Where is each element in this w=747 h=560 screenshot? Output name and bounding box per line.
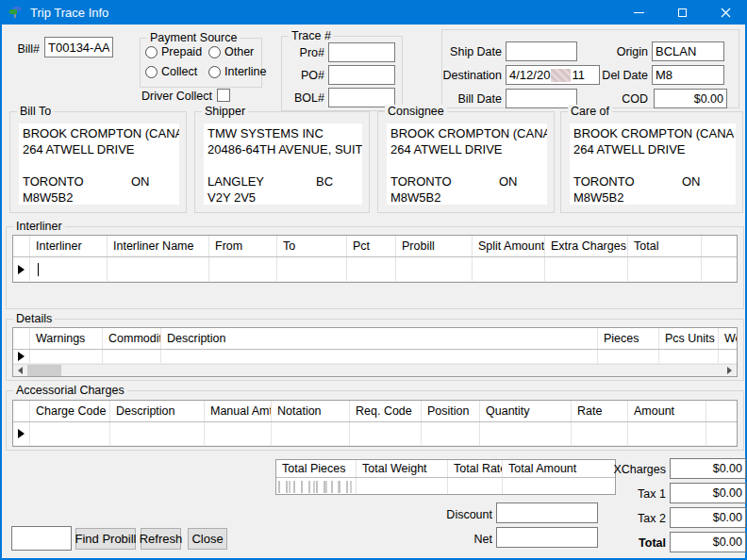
cell-quantity[interactable] [480,422,572,445]
del-date-label: Del Date [584,66,648,85]
cell-pcs-units[interactable] [659,350,719,363]
radio-option-interline[interactable]: Interline [208,65,266,78]
payment-source-group-label: Payment Source [147,31,240,45]
column-header-description: Description [110,401,205,421]
cell-commodity[interactable] [103,350,161,363]
address-blank [208,157,358,173]
cell-to[interactable] [277,257,347,281]
address-postal: M8W5B2 [573,189,732,205]
scroll-left-icon [18,367,23,374]
tax2-field[interactable]: $0.00 [670,507,746,528]
radio-collect-label: Collect [161,65,197,78]
address-street: 264 ATWELL DRIVE [390,141,543,157]
radio-option-other[interactable]: Other [208,45,254,58]
address-province: ON [499,173,518,189]
radio-interline-label: Interline [224,65,266,78]
cell-weight[interactable] [719,350,737,363]
scrollbar-thumb[interactable] [27,365,61,377]
destination-value-suffix: 11 [572,68,585,82]
accessorial-grid-header: Charge Code Description Manual Amt. Nota… [13,401,737,422]
cell-req-code[interactable] [350,422,422,445]
address-province: BC [316,173,333,189]
address-city-row: TORONTO ON [573,173,732,189]
cell-split-amount[interactable] [473,257,545,281]
column-header-pcs-units: Pcs Units [659,328,719,349]
address-street: 264 ATWELL DRIVE [23,141,175,157]
window-title: Trip Trace Info [30,6,108,20]
address-postal: V2Y 2V5 [208,189,358,205]
cell-total[interactable] [628,257,702,281]
ship-date-input[interactable] [506,41,577,61]
cell-warnings[interactable] [30,350,103,363]
cell-total-pieces [276,478,357,494]
column-header-amount: Amount [628,401,706,421]
find-probill-button[interactable]: Find Probill [75,528,136,550]
bill-date-input[interactable] [506,89,577,108]
redaction-pixelation [551,69,571,82]
maximize-button[interactable] [660,0,704,25]
cell-pieces[interactable] [598,350,659,363]
bill-number-input[interactable] [44,37,113,58]
bill-number-label: Bill# [6,40,40,58]
cell-rate[interactable] [572,422,628,445]
interliner-grid-header: Interliner Interliner Name From To Pct P… [13,236,737,257]
driver-collect-checkbox[interactable] [217,89,230,102]
cell-interliner[interactable] [30,257,108,281]
close-button[interactable] [704,0,747,25]
tax1-label: Tax 1 [568,485,666,503]
interliner-section: Interliner Interliner Interliner Name Fr… [6,226,744,309]
details-horizontal-scrollbar[interactable] [13,364,737,376]
cell-interliner-name[interactable] [108,257,209,281]
accessorial-grid-row[interactable] [13,422,737,446]
accessorial-grid: Charge Code Description Manual Amt. Nota… [12,400,738,447]
cell-description[interactable] [161,350,598,363]
address-street: 264 ATWELL DRIVE [573,141,732,157]
cell-charge-code[interactable] [30,422,110,445]
cell-manual-amt[interactable] [205,422,272,445]
column-header-manual-amt: Manual Amt. [205,401,272,421]
minimize-button[interactable] [617,0,660,25]
radio-other-label: Other [224,45,254,58]
column-header-req-code: Req. Code [350,401,422,421]
refresh-button[interactable]: Refresh [141,528,181,550]
cell-from[interactable] [209,257,277,281]
total-field[interactable]: $0.00 [670,532,746,552]
cell-probill[interactable] [396,257,473,281]
radio-collect-icon [145,66,158,78]
address-name: BROOK CROMPTON (CANA [390,125,543,141]
cell-extra-charges[interactable] [545,257,628,281]
address-postal: M8W5B2 [390,189,543,205]
trace-group: Trace # Pro# PO# BOL# [281,36,403,111]
radio-option-collect[interactable]: Collect [145,65,197,78]
window-titlebar[interactable]: Trip Trace Info [0,0,747,25]
cell-total-weight [357,478,448,494]
scroll-right-button[interactable] [722,365,737,377]
close-dialog-button[interactable]: Close [188,528,227,550]
details-section: Details Warnings Commodity Description P… [6,319,744,381]
selector-column-header [13,328,30,349]
pro-number-input[interactable] [328,42,395,62]
tax1-field[interactable]: $0.00 [670,483,746,503]
cell-description[interactable] [110,422,205,445]
po-number-input[interactable] [328,65,395,85]
scroll-left-button[interactable] [13,365,27,377]
bill-date-label: Bill Date [445,90,502,108]
column-header-from: From [209,236,277,256]
cell-position[interactable] [422,422,480,445]
cod-field[interactable]: $0.00 [654,89,727,108]
cell-amount[interactable] [628,422,706,445]
cell-notation[interactable] [272,422,350,445]
totals-grid-header: Total Pieces Total Weight Total Rate Tot… [276,460,615,478]
column-header-rate: Rate [572,401,628,421]
del-date-input[interactable] [652,65,724,85]
details-grid-row[interactable] [13,350,737,364]
radio-option-prepaid[interactable]: Prepaid [145,45,202,58]
origin-input[interactable] [652,41,724,61]
consignee-group-label: Consignee [385,105,447,119]
address-city-row: TORONTO ON [23,173,175,189]
probill-search-input[interactable] [11,526,72,551]
interliner-grid-row[interactable] [13,257,737,282]
xcharges-field[interactable]: $0.00 [670,458,746,479]
cell-pct[interactable] [347,257,396,281]
address-city-row: TORONTO ON [390,173,543,189]
